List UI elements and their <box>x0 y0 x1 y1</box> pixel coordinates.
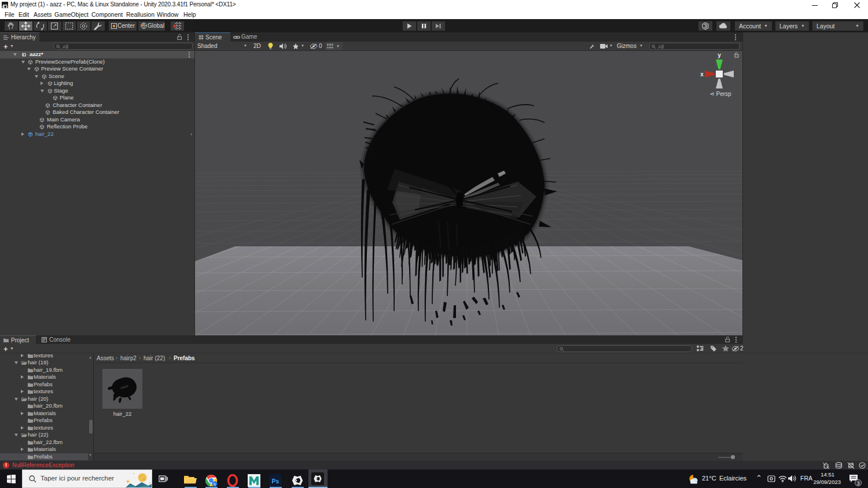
svg-text:h: h <box>214 482 216 486</box>
svg-text:y: y <box>718 52 721 58</box>
svg-text:⋖ Persp: ⋖ Persp <box>709 91 731 97</box>
svg-text:Ps: Ps <box>272 478 279 485</box>
svg-text:x: x <box>700 71 704 77</box>
